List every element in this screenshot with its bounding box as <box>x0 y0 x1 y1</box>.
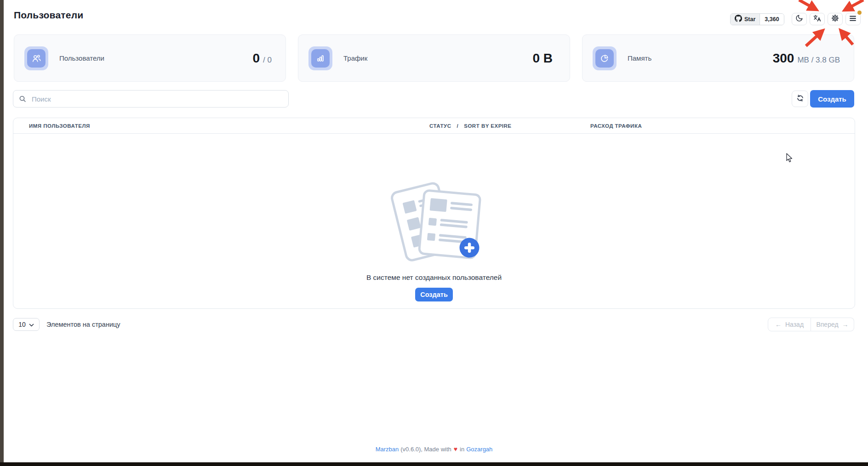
page-size-select[interactable]: 10 <box>13 318 40 331</box>
stat-value: 300 <box>773 51 794 66</box>
next-label: Вперед <box>816 321 838 328</box>
stat-secondary: / 0 <box>263 56 272 65</box>
stat-value: 0 <box>253 51 260 66</box>
page-title: Пользователи <box>14 10 83 21</box>
heart-icon: ♥ <box>454 445 457 453</box>
stat-label: Пользователи <box>59 54 104 62</box>
empty-state: В системе нет созданных пользователей Со… <box>13 134 855 301</box>
marzban-dashboard: Пользователи Star 3,360 <box>0 0 868 466</box>
chevron-down-icon <box>29 321 34 328</box>
bar-chart-icon-ring <box>308 46 332 70</box>
github-icon <box>735 15 742 23</box>
search-icon <box>19 95 26 104</box>
refresh-button[interactable] <box>792 91 808 107</box>
stat-card-memory: Память 300 MB / 3.8 GB <box>582 34 854 82</box>
stat-label: Трафик <box>343 54 367 62</box>
gozargah-link[interactable]: Gozargah <box>466 446 492 453</box>
window-left-edge <box>0 0 4 466</box>
status-sort-label[interactable]: СТАТУС <box>429 123 451 129</box>
moon-icon <box>795 14 803 24</box>
github-star-button[interactable]: Star <box>731 14 760 25</box>
stat-value: 0 B <box>532 51 553 66</box>
github-star-count[interactable]: 3,360 <box>760 14 783 25</box>
stat-card-traffic: Трафик 0 B <box>298 34 570 82</box>
github-star-badge[interactable]: Star 3,360 <box>730 13 784 25</box>
pie-chart-icon <box>595 49 614 68</box>
expire-sort-label[interactable]: SORT BY EXPIRE <box>464 123 511 129</box>
page-size-label: Элементов на страницу <box>46 318 120 331</box>
create-button[interactable]: Создать <box>810 90 854 108</box>
column-header-username[interactable]: ИМЯ ПОЛЬЗОВАТЕЛЯ <box>29 118 90 134</box>
search-wrap <box>13 90 289 108</box>
arrow-left-icon: ← <box>775 321 782 328</box>
next-page-button[interactable]: Вперед → <box>811 318 854 331</box>
gear-icon <box>831 14 839 24</box>
page-size-value: 10 <box>18 321 26 328</box>
empty-create-button[interactable]: Создать <box>415 288 453 301</box>
dark-mode-button[interactable] <box>792 13 807 25</box>
language-button[interactable] <box>810 13 825 25</box>
footer-in-text: in <box>460 446 464 453</box>
pie-chart-icon-ring <box>593 46 617 70</box>
documents-illustration <box>386 174 482 262</box>
marzban-link[interactable]: Marzban <box>376 446 399 453</box>
refresh-icon <box>796 94 804 104</box>
settings-button[interactable] <box>828 13 843 25</box>
menu-button[interactable] <box>845 13 861 25</box>
column-header-traffic[interactable]: РАСХОД ТРАФИКА <box>590 118 642 134</box>
github-star-label: Star <box>744 16 755 23</box>
bar-chart-icon <box>311 49 330 68</box>
arrow-right-icon: → <box>842 321 849 328</box>
table-header-row: ИМЯ ПОЛЬЗОВАТЕЛЯ СТАТУС / SORT BY EXPIRE… <box>13 118 855 134</box>
notification-dot <box>857 11 862 15</box>
users-table: ИМЯ ПОЛЬЗОВАТЕЛЯ СТАТУС / SORT BY EXPIRE… <box>13 118 855 309</box>
prev-page-button[interactable]: ← Назад <box>768 318 811 331</box>
header-controls: Star 3,360 <box>730 13 861 25</box>
column-header-status-sort[interactable]: СТАТУС / SORT BY EXPIRE <box>429 118 512 134</box>
prev-label: Назад <box>785 321 804 328</box>
translate-icon <box>813 14 821 24</box>
footer-version-text: (v0.6.0), Made with <box>400 446 451 453</box>
stat-card-users: Пользователи 0 / 0 <box>14 34 286 82</box>
users-icon-ring <box>24 46 48 70</box>
empty-message: В системе нет созданных пользователей <box>366 273 502 282</box>
footer: Marzban (v0.6.0), Made with ♥ in Gozarga… <box>0 445 868 453</box>
window-bottom-edge <box>0 462 868 466</box>
stat-secondary: MB / 3.8 GB <box>797 56 840 65</box>
stat-label: Память <box>628 54 651 62</box>
menu-icon <box>849 15 857 23</box>
search-input[interactable] <box>13 90 289 108</box>
sort-separator: / <box>457 123 459 129</box>
stats-row: Пользователи 0 / 0 Трафик 0 B <box>14 34 854 82</box>
users-icon <box>27 49 46 68</box>
pager: ← Назад Вперед → <box>768 318 854 331</box>
plus-icon <box>460 238 480 258</box>
